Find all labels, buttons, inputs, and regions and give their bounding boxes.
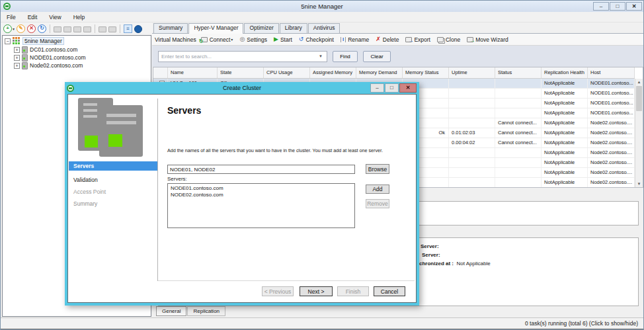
minimize-button[interactable]: – bbox=[593, 2, 609, 11]
server-name-input[interactable] bbox=[167, 165, 355, 174]
delete-button[interactable]: ✗Delete bbox=[374, 36, 401, 43]
title-bar: 5nine Manager – □ ✕ bbox=[1, 1, 643, 12]
browse-button[interactable]: Browse bbox=[366, 164, 389, 174]
next-button[interactable]: Next > bbox=[300, 286, 333, 296]
refresh-icon[interactable]: ↻ bbox=[38, 24, 46, 33]
host-connect-icon[interactable] bbox=[54, 26, 61, 32]
scroll-down-icon[interactable]: ▼ bbox=[635, 181, 643, 187]
tab-optimizer[interactable]: Optimizer bbox=[244, 23, 278, 33]
connect-button[interactable]: Connect▾ bbox=[199, 36, 235, 43]
export-button[interactable]: Export bbox=[403, 36, 432, 43]
dialog-minimize-button[interactable]: – bbox=[370, 83, 384, 93]
collapse-icon[interactable]: − bbox=[5, 38, 11, 44]
dialog-close-button[interactable]: ✕ bbox=[399, 83, 417, 93]
edit-icon[interactable]: ✎ bbox=[17, 24, 25, 33]
task-status-text[interactable]: 0 task(s) running (total 6) (Click to sh… bbox=[525, 320, 638, 327]
host-user-icon[interactable] bbox=[83, 26, 91, 32]
col-status[interactable]: Status bbox=[495, 67, 542, 78]
scroll-up-icon[interactable]: ▲ bbox=[635, 79, 643, 85]
window-title: 5nine Manager bbox=[1, 3, 643, 10]
expand-icon[interactable]: + bbox=[14, 47, 20, 53]
tab-summary[interactable]: Summary bbox=[153, 23, 188, 33]
checkpoint-button[interactable]: ↺Checkpoint bbox=[297, 36, 336, 43]
step-access-point[interactable]: Access Point bbox=[69, 187, 157, 196]
remove-button[interactable]: Remove bbox=[366, 199, 389, 208]
menu-view[interactable]: View bbox=[43, 12, 67, 22]
server-icon bbox=[22, 62, 28, 69]
tree-node-node01[interactable]: + NODE01.contoso.com bbox=[14, 54, 86, 62]
col-assigned-memory[interactable]: Assigned Memory bbox=[310, 67, 356, 78]
wizard-steps: Servers Validation Access Point Summary bbox=[69, 161, 157, 211]
add-dropdown-icon[interactable]: ▾ bbox=[13, 26, 15, 31]
scrollbar-thumb[interactable] bbox=[636, 86, 642, 111]
tab-general[interactable]: General bbox=[156, 306, 186, 316]
tree-node-label[interactable]: DC01.contoso.com bbox=[30, 46, 77, 53]
host-tool-icon[interactable] bbox=[108, 26, 116, 32]
tab-hyperv-manager[interactable]: Hyper-V Manager bbox=[188, 23, 243, 34]
settings-button[interactable]: ◎Settings bbox=[237, 36, 269, 43]
clone-button[interactable]: Clone bbox=[435, 36, 462, 43]
move-wizard-button[interactable]: Move Wizard bbox=[465, 36, 510, 43]
main-tabstrip: Summary Hyper-V Manager Optimizer Librar… bbox=[152, 22, 644, 34]
col-replication-health[interactable]: Replication Health bbox=[542, 67, 588, 78]
find-button[interactable]: Find bbox=[333, 51, 358, 62]
detail-value: Not Applicable bbox=[456, 261, 490, 267]
dialog-title-bar: Create Cluster – □ ✕ bbox=[65, 82, 419, 94]
server-list-item[interactable]: NODE02.contoso.com bbox=[171, 192, 352, 198]
add-icon[interactable]: + bbox=[3, 24, 12, 33]
tree-node-node02[interactable]: + Node02.contoso.com bbox=[14, 62, 83, 69]
host-disconnect-icon[interactable] bbox=[63, 26, 71, 32]
delete-icon[interactable]: ✕ bbox=[27, 24, 36, 33]
connect-icon bbox=[201, 37, 208, 42]
export-icon bbox=[405, 37, 412, 42]
cancel-button[interactable]: Cancel bbox=[374, 286, 405, 296]
server-list-item[interactable]: NODE01.contoso.com bbox=[171, 185, 352, 192]
clone-icon bbox=[437, 37, 444, 42]
tab-library[interactable]: Library bbox=[280, 23, 307, 33]
app-window: 5nine Manager – □ ✕ File Edit View Help … bbox=[0, 0, 644, 330]
expand-icon[interactable]: + bbox=[14, 63, 20, 69]
menu-help[interactable]: Help bbox=[67, 12, 91, 22]
tab-antivirus[interactable]: Antivirus bbox=[308, 23, 341, 33]
connect-dropdown-icon[interactable]: ▾ bbox=[231, 37, 233, 42]
start-button[interactable]: ▶Start bbox=[272, 36, 294, 43]
previous-button[interactable]: < Previous bbox=[262, 286, 294, 296]
host-settings-icon[interactable] bbox=[73, 26, 81, 32]
close-button[interactable]: ✕ bbox=[626, 2, 642, 11]
toolbar-separator bbox=[50, 24, 50, 33]
menu-file[interactable]: File bbox=[1, 12, 22, 22]
servers-listbox[interactable]: NODE01.contoso.com NODE02.contoso.com bbox=[167, 183, 355, 228]
status-globe-icon[interactable] bbox=[134, 25, 142, 33]
list-view-icon[interactable]: ≡ bbox=[124, 24, 132, 33]
step-servers[interactable]: Servers bbox=[69, 161, 157, 171]
tree-root-label[interactable]: 5nine Manager bbox=[22, 37, 64, 45]
tab-replication[interactable]: Replication bbox=[187, 306, 225, 316]
tree-root[interactable]: − 5nine Manager bbox=[5, 37, 64, 45]
col-memory-status[interactable]: Memory Status bbox=[403, 67, 449, 78]
col-memory-demand[interactable]: Memory Demand bbox=[356, 67, 403, 78]
search-dropdown-icon[interactable]: ▼ bbox=[319, 54, 323, 58]
delete-x-icon: ✗ bbox=[376, 36, 381, 42]
dialog-maximize-button[interactable]: □ bbox=[385, 83, 399, 93]
add-button[interactable]: Add bbox=[366, 185, 389, 194]
col-uptime[interactable]: Uptime bbox=[449, 67, 495, 78]
restore-button[interactable]: □ bbox=[610, 2, 625, 11]
menu-edit[interactable]: Edit bbox=[22, 12, 44, 22]
rename-button[interactable]: IRename bbox=[339, 36, 371, 43]
col-name[interactable]: Name bbox=[168, 67, 218, 78]
step-summary[interactable]: Summary bbox=[69, 199, 157, 208]
col-host[interactable]: Host bbox=[588, 67, 635, 78]
finish-button[interactable]: Finish bbox=[337, 286, 369, 296]
tree-node-dc01[interactable]: + DC01.contoso.com bbox=[14, 46, 77, 54]
col-state[interactable]: State bbox=[218, 67, 264, 78]
checkpoint-icon: ↺ bbox=[299, 36, 304, 42]
search-input[interactable] bbox=[158, 51, 327, 62]
clear-button[interactable]: Clear bbox=[363, 51, 391, 62]
host-tool-icon[interactable] bbox=[99, 26, 106, 32]
tree-node-label[interactable]: Node02.contoso.com bbox=[30, 62, 83, 69]
col-cpu-usage[interactable]: CPU Usage bbox=[264, 67, 310, 78]
expand-icon[interactable]: + bbox=[14, 55, 20, 61]
table-scrollbar[interactable]: ▲ ▼ bbox=[635, 79, 643, 187]
tree-node-label[interactable]: NODE01.contoso.com bbox=[30, 54, 86, 61]
step-validation[interactable]: Validation bbox=[69, 175, 157, 185]
